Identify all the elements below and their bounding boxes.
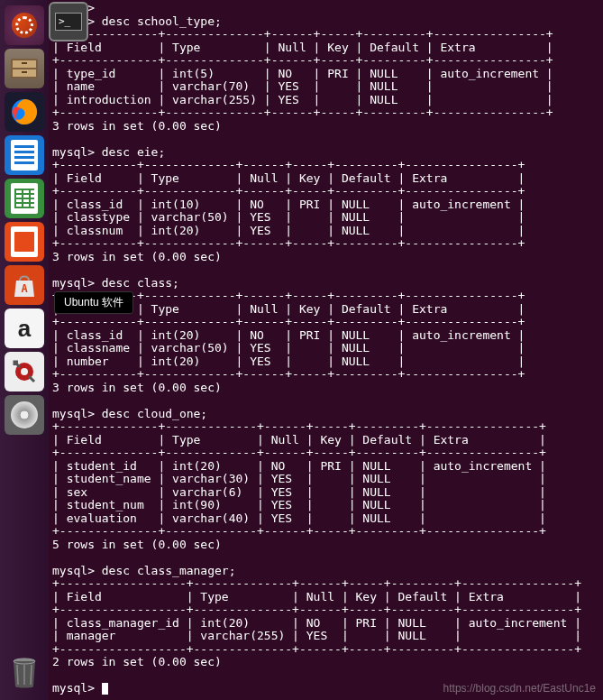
spreadsheet-icon [11,183,38,214]
wrench-gear-icon [11,358,38,385]
presentation-icon [11,226,38,257]
software-center-icon[interactable]: A [5,265,44,305]
firefox-icon[interactable] [5,92,44,132]
watermark-text: https://blog.csdn.net/EastUnc1e [443,682,596,695]
settings-icon[interactable] [5,352,44,391]
amazon-logo-icon: a [18,315,31,343]
shopping-bag-icon: A [13,272,36,299]
svg-point-8 [21,368,28,375]
calc-icon[interactable] [5,179,44,218]
terminal-icon[interactable]: >_ [49,2,88,41]
trash-bin-icon [10,656,39,690]
trash-icon[interactable] [5,653,44,693]
svg-text:A: A [21,282,28,295]
cd-icon [11,401,38,428]
cursor [102,683,108,695]
document-icon [11,140,38,170]
terminal-output[interactable]: mysql> mysql> desc school_type; +-------… [49,0,603,700]
drawer-icon [9,55,40,82]
ubuntu-logo-icon [12,13,37,38]
terminal-text: mysql> mysql> desc school_type; +-------… [52,1,581,695]
launcher-tooltip: Ubuntu 软件 [54,291,133,314]
unity-launcher: A a >_ [0,0,49,700]
firefox-logo-icon [8,96,41,128]
files-icon[interactable] [5,49,44,88]
writer-icon[interactable] [5,135,44,175]
impress-icon[interactable] [5,222,44,262]
dash-icon[interactable] [5,5,44,45]
disk-icon[interactable] [5,395,44,435]
terminal-prompt-icon: >_ [55,13,82,31]
svg-rect-4 [22,71,27,73]
amazon-icon[interactable]: a [5,309,44,348]
svg-rect-3 [22,62,27,64]
